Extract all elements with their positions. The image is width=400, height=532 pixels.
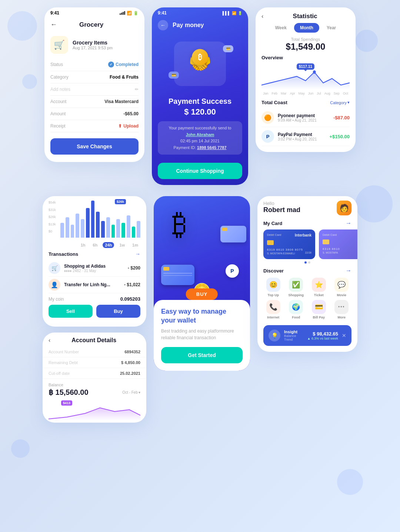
my-coin-value: 0.095203 <box>120 296 140 302</box>
internet-icon: 📞 <box>266 300 280 314</box>
insight-label: Insight <box>284 330 304 334</box>
total-coast-section: Total Coast Category ▾ 🟠 Pyoneer payment… <box>256 100 356 146</box>
insight-info: Insight Balance Trend <box>284 330 304 341</box>
acct-cutoff-label: Cut-off date <box>49 371 70 376</box>
card-type-1: Debit Card <box>267 233 281 237</box>
discover-shopping[interactable]: ✅ Shopping <box>286 278 306 297</box>
discover-food[interactable]: 🌍 Food <box>286 300 306 319</box>
pay-header: ← Pay money <box>152 17 248 30</box>
billpay-icon: 💳 <box>312 300 326 314</box>
bar-10 <box>106 217 110 238</box>
time-1: 9:41 <box>50 10 59 16</box>
acct-back-button[interactable]: ‹ <box>49 337 50 344</box>
greeting: Hello <box>263 201 300 206</box>
chart-tooltip: $117.11 <box>297 63 314 70</box>
user-name: Robert mad <box>263 206 300 214</box>
bar-5 <box>81 219 84 238</box>
wallet-promo-text: Easy way to manage your wallet Best trad… <box>154 300 250 371</box>
tab-month[interactable]: Month <box>294 23 319 33</box>
user-avatar: 🧑 <box>337 201 351 215</box>
card-number-1: 6319 8610 3806 8075 <box>267 248 311 251</box>
trans-arrow[interactable]: → <box>135 251 140 257</box>
tab-year[interactable]: Year <box>321 23 342 33</box>
mini-chart-area: $413 <box>43 400 146 423</box>
continue-shopping-button[interactable]: Continue Shopping <box>158 163 242 179</box>
discover-topup[interactable]: 😊 Top Up <box>263 278 283 297</box>
grocery-header: ← Grocery <box>44 17 144 32</box>
paypal-date: 3:02 PM • Aug 20, 2021 <box>278 137 326 141</box>
card-holder-1: S. MOSTAFA ESMAIELI <box>267 252 295 255</box>
notes-row: Add notes ✏ <box>50 83 139 96</box>
discover-internet[interactable]: 📞 Internet <box>263 300 283 319</box>
card-expiry-1: 22/28 <box>305 251 311 255</box>
time-tab-1h[interactable]: 1h <box>79 242 88 248</box>
stat-header: ‹ Statistic <box>256 7 356 23</box>
card-chip-1 <box>267 240 274 245</box>
category-label: Category <box>50 75 69 80</box>
bar-7 <box>91 201 95 238</box>
status-bar-1: 9:41 📶 🔋 <box>44 7 144 17</box>
card-dots <box>257 259 357 266</box>
category-value[interactable]: Food & Fruits <box>110 75 139 80</box>
my-coin-section: My coin 0.095203 <box>43 293 146 305</box>
bar-16 <box>137 221 140 238</box>
status-label: Status <box>50 62 63 67</box>
buy-overlay-btn[interactable]: BUY <box>186 288 218 300</box>
svg-point-0 <box>313 70 316 74</box>
edit-icon[interactable]: ✏ <box>135 87 139 92</box>
tc-title: Total Coast <box>261 100 287 105</box>
card-number-2: 6319 8610 <box>323 247 357 251</box>
insight-close-button[interactable]: ✕ <box>342 333 346 338</box>
pay-back-button[interactable]: ← <box>158 20 168 30</box>
bar-chart-area: $26k $54k $31k $26k $13k $0 <box>43 196 146 241</box>
acct-debt-label: Remaining Debt <box>49 360 78 365</box>
billpay-label: Bill Pay <box>313 315 325 319</box>
grocery-screen: 9:41 📶 🔋 ← Grocery 🛒 Grocery Items Aug 1… <box>44 7 144 162</box>
time-tab-1w[interactable]: 1w <box>117 242 127 248</box>
stat-back-button[interactable]: ‹ <box>261 13 263 20</box>
time-tab-1m[interactable]: 1m <box>130 242 140 248</box>
grocery-title: Grocery <box>79 21 103 29</box>
time-tab-24h[interactable]: 24h <box>103 242 114 248</box>
save-changes-button[interactable]: Save Changes <box>50 138 139 155</box>
trans-linh: 👤 Transfer for Linh Ng... - $1,022 <box>49 277 140 293</box>
buy-button[interactable]: Buy <box>96 305 140 318</box>
account-label: Account <box>50 99 66 104</box>
back-arrow[interactable]: ← <box>50 21 57 29</box>
insight-bar: 💡 Insight Balance Trend $ 98,432.65 ▲ 6.… <box>263 325 351 346</box>
bar-4 <box>76 214 79 238</box>
tc-filter[interactable]: Category ▾ <box>330 100 350 105</box>
paypal-3d-icon: P <box>226 264 239 278</box>
payment-detail-text: Your payment successfully send to John A… <box>164 125 236 151</box>
amount-label: Amount <box>50 111 66 116</box>
card-chip-2 <box>323 239 329 244</box>
my-card-arrow[interactable]: → <box>346 220 351 227</box>
acct-cutoff-row: Cut-off date 25.02.2021 <box>43 368 146 379</box>
acct-debt-value: $ 4,850.00 <box>121 360 140 365</box>
pioneer-amount: -$87.00 <box>333 115 350 120</box>
balance-amount: ฿ 15,560.00 <box>49 388 89 397</box>
floating-card-top: 💳 <box>223 45 233 52</box>
upload-button[interactable]: ⬆ Upload <box>118 123 139 129</box>
discover-arrow[interactable]: → <box>346 267 351 274</box>
trans-adidas: 🛒 Shopping at Adidas ♦♦♦♦ 2482 · 31 May … <box>49 260 140 277</box>
receipt-row: Receipt ⬆ Upload <box>50 120 139 132</box>
get-started-button[interactable]: Get Started <box>161 347 243 363</box>
discover-ticket[interactable]: ⭐ Ticket <box>309 278 329 297</box>
discover-more[interactable]: ••• More <box>332 300 352 319</box>
account-value: Visa Mastercard <box>104 99 139 104</box>
discover-movie[interactable]: 💬 Movie <box>332 278 352 297</box>
bitcoin-3d-icon: ₿ <box>172 207 187 241</box>
bottom-left-col: $26k $54k $31k $26k $13k $0 <box>43 196 146 423</box>
time-tab-6h[interactable]: 6h <box>91 242 100 248</box>
tab-week[interactable]: Week <box>269 23 293 33</box>
grocery-item-header: 🛒 Grocery Items Aug 17, 2021 9:53 pm <box>44 32 144 58</box>
pay-title: Pay money <box>173 22 204 29</box>
payment-id-label: Payment ID: <box>173 145 196 150</box>
success-title: Payment Success <box>159 97 241 106</box>
sell-button[interactable]: Sell <box>49 305 93 318</box>
discover-billpay[interactable]: 💳 Bill Pay <box>309 300 329 319</box>
acct-number-row: Account Number 6894352 <box>43 347 146 357</box>
discover-header: Discover → <box>263 267 351 274</box>
coin-buttons: Sell Buy <box>43 305 146 321</box>
